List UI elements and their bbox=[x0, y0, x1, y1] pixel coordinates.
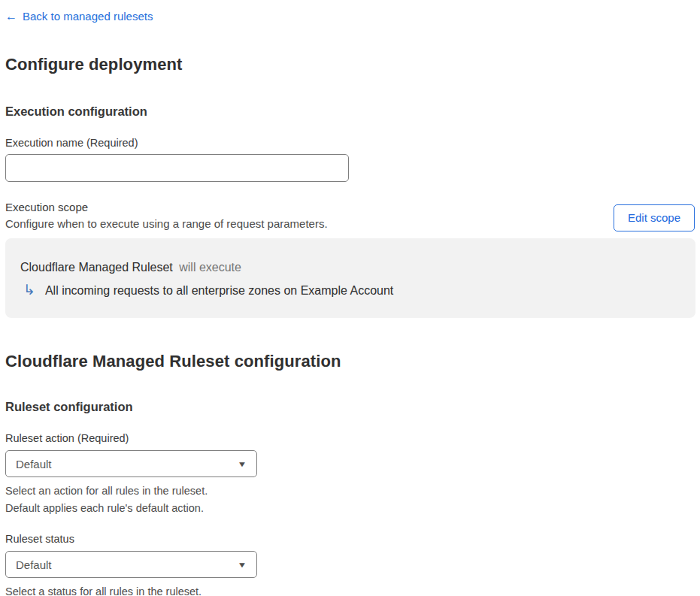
page-title: Configure deployment bbox=[5, 54, 695, 75]
back-link-label: Back to managed rulesets bbox=[23, 9, 153, 24]
scope-summary-detail: ↳ All incoming requests to all enterpris… bbox=[20, 282, 680, 300]
execution-scope-row: Execution scope Configure when to execut… bbox=[5, 200, 695, 231]
chevron-down-icon: ▼ bbox=[238, 460, 247, 468]
ruleset-status-label: Ruleset status bbox=[5, 532, 695, 546]
ruleset-status-select[interactable]: Default ▼ bbox=[5, 551, 257, 578]
ruleset-action-help-line: Select an action for all rules in the ru… bbox=[5, 483, 695, 500]
ruleset-configuration-section-title: Cloudflare Managed Ruleset configuration bbox=[5, 351, 695, 372]
ruleset-action-help-line: Default applies each rule's default acti… bbox=[5, 500, 695, 517]
execution-scope-description: Configure when to execute using a range … bbox=[5, 216, 328, 231]
execution-scope-label: Execution scope bbox=[5, 200, 328, 214]
scope-summary-ruleset-name: Cloudflare Managed Ruleset bbox=[20, 261, 173, 274]
ruleset-status-selected-value: Default bbox=[16, 558, 52, 571]
scope-summary-text: All incoming requests to all enterprise … bbox=[45, 282, 393, 300]
ruleset-configuration-subheading: Ruleset configuration bbox=[5, 399, 695, 415]
execution-name-label: Execution name (Required) bbox=[5, 136, 695, 150]
ruleset-action-help: Select an action for all rules in the ru… bbox=[5, 483, 695, 517]
ruleset-action-select[interactable]: Default ▼ bbox=[5, 450, 257, 477]
back-arrow-icon: ← bbox=[5, 11, 17, 23]
scope-summary-will-execute: will execute bbox=[179, 261, 241, 274]
scope-summary-box: Cloudflare Managed Ruleset will execute … bbox=[5, 238, 695, 318]
execution-name-input[interactable] bbox=[5, 154, 349, 182]
elbow-arrow-icon: ↳ bbox=[23, 282, 35, 298]
ruleset-action-label: Ruleset action (Required) bbox=[5, 431, 695, 446]
edit-scope-button[interactable]: Edit scope bbox=[614, 204, 695, 231]
ruleset-status-help: Select a status for all rules in the rul… bbox=[5, 583, 695, 596]
ruleset-status-help-line: Select a status for all rules in the rul… bbox=[5, 583, 695, 596]
execution-scope-text: Execution scope Configure when to execut… bbox=[5, 200, 328, 231]
back-to-managed-rulesets-link[interactable]: ← Back to managed rulesets bbox=[5, 9, 153, 24]
execution-configuration-heading: Execution configuration bbox=[5, 104, 695, 120]
configure-deployment-page: ← Back to managed rulesets Configure dep… bbox=[0, 0, 700, 596]
chevron-down-icon: ▼ bbox=[238, 561, 247, 569]
ruleset-action-selected-value: Default bbox=[16, 458, 52, 470]
scope-summary-headline: Cloudflare Managed Ruleset will execute bbox=[20, 259, 680, 276]
